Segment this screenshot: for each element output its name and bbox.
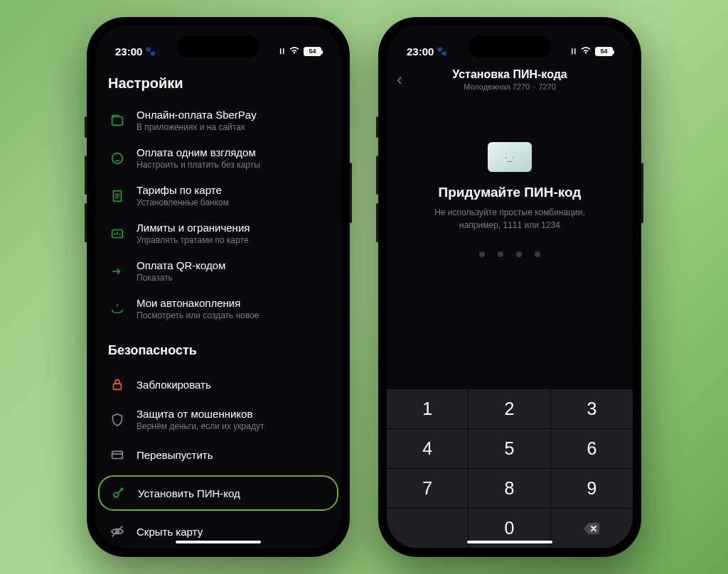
side-button [376, 156, 378, 195]
home-indicator[interactable] [176, 541, 261, 543]
key-8[interactable]: 8 [469, 469, 550, 509]
pin-dot [498, 251, 503, 257]
side-button [85, 117, 87, 138]
svg-rect-5 [112, 451, 123, 458]
dual-signal-icon: ⁞⁞ [279, 47, 285, 56]
svg-point-6 [114, 493, 118, 497]
item-sub: Управлять тратами по карте [136, 235, 250, 245]
item-title: Оплата одним взглядом [136, 146, 260, 158]
wifi-icon [289, 45, 300, 57]
pin-body: ·_· Придумайте ПИН-код Не используйте пр… [387, 97, 633, 548]
item-title: Мои автонакопления [136, 297, 259, 309]
security-item-block[interactable]: Заблокировать [108, 368, 328, 401]
key-3[interactable]: 3 [551, 389, 633, 429]
wallet-icon [108, 112, 127, 130]
header-sub: Молодежная 7270 ·· 7270 [452, 82, 567, 91]
pin-dot [535, 251, 540, 257]
item-sub: Вернём деньги, если их украдут [136, 421, 264, 431]
item-sub: Посмотреть или создать новое [136, 310, 259, 320]
key-delete[interactable] [551, 509, 633, 548]
key-4[interactable]: 4 [387, 429, 469, 469]
settings-item-limits[interactable]: Лимиты и ограничения Управлять тратами п… [108, 215, 328, 252]
side-button [85, 156, 87, 195]
pin-header: ‹ Установка ПИН-кода Молодежная 7270 ·· … [387, 64, 633, 97]
settings-item-savings[interactable]: Мои автонакопления Посмотреть или создат… [108, 290, 328, 327]
item-title: Оплата QR-кодом [136, 259, 225, 271]
wifi-icon [580, 45, 592, 57]
face-icon [108, 149, 127, 168]
pin-hint: Не используйте простые комбинации,наприм… [434, 206, 585, 232]
item-title: Установить ПИН-код [138, 487, 240, 499]
item-title: Онлайн-оплата SberPay [136, 109, 257, 121]
item-sub: Показать [136, 273, 225, 283]
key-empty [387, 509, 469, 548]
backspace-icon [582, 521, 601, 536]
item-sub: В приложениях и на сайтах [136, 122, 257, 132]
security-item-set-pin[interactable]: Установить ПИН-код [98, 475, 338, 511]
item-title: Перевыпустить [136, 449, 213, 461]
shield-icon [108, 411, 127, 429]
notch [469, 36, 551, 58]
lock-icon [108, 375, 127, 394]
piggy-icon [108, 300, 127, 318]
card-icon [108, 445, 127, 464]
pin-heading: Придумайте ПИН-код [439, 185, 582, 200]
phone-right: 23:00 🐾 ⁞⁞ 54 ‹ Установка ПИН-кода Молод… [378, 17, 641, 557]
svg-rect-4 [114, 384, 122, 389]
item-sub: Установленные банком [136, 197, 229, 207]
paw-icon: 🐾 [145, 46, 156, 56]
item-title: Защита от мошенников [136, 408, 264, 420]
eye-off-icon [108, 522, 127, 541]
pin-dots [479, 251, 540, 257]
section-title-settings: Настройки [108, 75, 328, 92]
key-1[interactable]: 1 [387, 389, 469, 429]
item-title: Заблокировать [136, 379, 211, 391]
battery-icon: 54 [304, 47, 321, 56]
svg-point-1 [112, 153, 123, 163]
notch [177, 36, 259, 58]
battery-icon: 54 [595, 47, 613, 56]
numeric-keypad: 1 2 3 4 5 6 7 8 9 0 [387, 389, 633, 548]
paw-icon: 🐾 [437, 46, 447, 56]
qr-icon [108, 262, 127, 281]
settings-item-facepay[interactable]: Оплата одним взглядом Настроить и платит… [108, 139, 328, 177]
status-time: 23:00 [407, 45, 434, 58]
status-time: 23:00 [115, 45, 142, 58]
side-button [376, 203, 378, 242]
key-9[interactable]: 9 [551, 469, 633, 509]
key-6[interactable]: 6 [551, 429, 633, 469]
security-item-reissue[interactable]: Перевыпустить [108, 438, 328, 471]
key-2[interactable]: 2 [469, 389, 550, 429]
key-7[interactable]: 7 [387, 469, 469, 509]
card-illustration: ·_· [488, 142, 532, 172]
header-title: Установка ПИН-кода [452, 68, 567, 81]
side-button [641, 163, 643, 223]
security-item-close[interactable]: Закрыть [108, 548, 328, 548]
back-icon[interactable]: ‹ [397, 70, 402, 90]
settings-item-qr[interactable]: Оплата QR-кодом Показать [108, 252, 328, 290]
pin-dot [479, 251, 485, 257]
item-title: Тарифы по карте [136, 184, 229, 196]
pin-dot [516, 251, 522, 257]
settings-item-sberpay[interactable]: Онлайн-оплата SberPay В приложениях и на… [108, 102, 328, 139]
security-item-fraud[interactable]: Защита от мошенников Вернём деньги, если… [108, 401, 328, 438]
side-button [85, 203, 87, 242]
side-button [376, 117, 378, 138]
document-icon [108, 187, 127, 205]
item-sub: Настроить и платить без карты [136, 160, 260, 170]
settings-content: Настройки Онлайн-оплата SberPay В прилож… [95, 64, 341, 548]
key-icon [109, 484, 128, 502]
settings-item-tariffs[interactable]: Тарифы по карте Установленные банком [108, 177, 328, 215]
key-5[interactable]: 5 [469, 429, 550, 469]
item-title: Скрыть карту [136, 526, 203, 538]
svg-rect-0 [112, 117, 123, 125]
side-button [350, 163, 352, 223]
chart-icon [108, 224, 127, 243]
item-title: Лимиты и ограничения [136, 222, 250, 234]
dual-signal-icon: ⁞⁞ [571, 47, 577, 56]
section-title-security: Безопасность [108, 343, 328, 358]
phone-left: 23:00 🐾 ⁞⁞ 54 Настройки Онлайн-оплата Sb… [87, 17, 350, 557]
home-indicator[interactable] [467, 541, 552, 543]
